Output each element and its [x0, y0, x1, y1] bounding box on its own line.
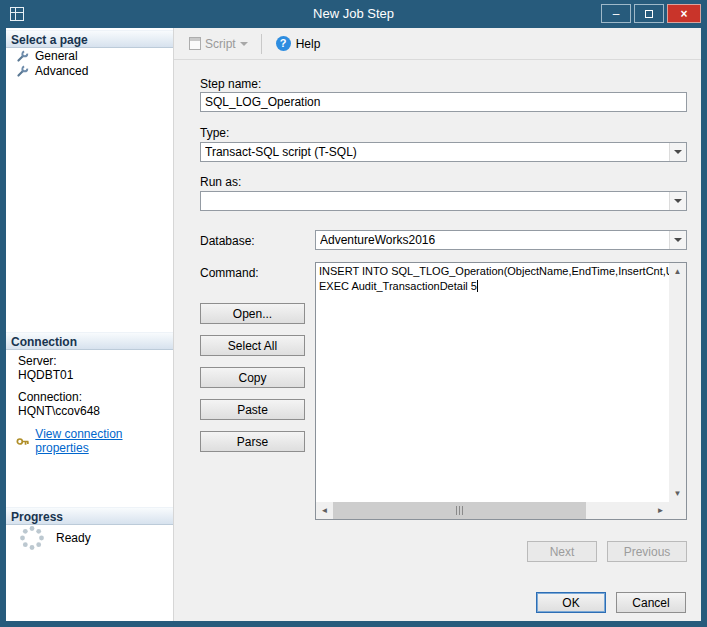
step-name-value: SQL_LOG_Operation	[205, 95, 666, 109]
scroll-left-icon[interactable]: ◄	[316, 502, 333, 519]
next-button[interactable]: Next	[527, 541, 597, 562]
horizontal-scrollbar[interactable]: ◄ ►	[316, 502, 669, 519]
dropdown-arrow-icon[interactable]	[669, 231, 686, 249]
type-label: Type:	[200, 126, 229, 140]
database-label: Database:	[200, 234, 255, 248]
help-button[interactable]: ? Help	[270, 33, 327, 54]
new-job-step-dialog: New Job Step – × Select a page General A…	[0, 0, 707, 627]
database-value: AdventureWorks2016	[320, 233, 666, 247]
toolbar-separator	[261, 34, 262, 54]
progress-status: Ready	[56, 531, 91, 545]
scrollbar-thumb[interactable]	[333, 502, 586, 519]
command-line: EXEC Audit_TransactionDetail 5	[319, 279, 666, 294]
command-text[interactable]: INSERT INTO SQL_TLOG_Operation(ObjectNam…	[316, 263, 669, 502]
progress-spinner-icon	[18, 524, 46, 552]
close-button[interactable]: ×	[667, 4, 701, 23]
sidebar: Select a page General Advanced Connectio…	[6, 28, 174, 621]
connection-header: Connection	[6, 332, 173, 350]
command-line: INSERT INTO SQL_TLOG_Operation(ObjectNam…	[319, 264, 666, 279]
select-a-page-header: Select a page	[6, 30, 173, 48]
database-dropdown[interactable]: AdventureWorks2016	[315, 230, 687, 250]
scroll-up-icon[interactable]: ▲	[669, 263, 686, 280]
step-name-input[interactable]: SQL_LOG_Operation	[200, 92, 687, 112]
connection-properties-icon	[16, 435, 30, 448]
dropdown-arrow-icon[interactable]	[669, 192, 686, 210]
parse-button[interactable]: Parse	[200, 431, 305, 452]
sidebar-item-label: Advanced	[35, 64, 88, 78]
command-editor[interactable]: INSERT INTO SQL_TLOG_Operation(ObjectNam…	[315, 262, 687, 520]
server-value: HQDBT01	[18, 368, 73, 382]
dropdown-arrow-icon[interactable]	[669, 143, 686, 161]
select-all-button[interactable]: Select All	[200, 335, 305, 356]
type-value: Transact-SQL script (T-SQL)	[205, 145, 666, 159]
close-icon: ×	[680, 7, 687, 21]
script-icon	[189, 37, 201, 50]
paste-button[interactable]: Paste	[200, 399, 305, 420]
connection-value: HQNT\ccov648	[18, 404, 100, 418]
scrollbar-corner	[669, 502, 686, 519]
minimize-icon: –	[613, 7, 620, 21]
previous-button[interactable]: Previous	[607, 541, 687, 562]
help-icon: ?	[276, 36, 291, 51]
server-label: Server:	[18, 354, 57, 368]
maximize-icon	[645, 10, 653, 18]
run-as-label: Run as:	[200, 175, 241, 189]
cancel-button[interactable]: Cancel	[616, 592, 686, 613]
sidebar-item-label: General	[35, 49, 78, 63]
script-button[interactable]: Script	[184, 34, 253, 54]
type-dropdown[interactable]: Transact-SQL script (T-SQL)	[200, 142, 687, 162]
window-controls: – ×	[601, 4, 701, 23]
step-name-label: Step name:	[200, 77, 261, 91]
titlebar[interactable]: New Job Step – ×	[0, 0, 707, 28]
script-button-label: Script	[205, 37, 236, 51]
command-label: Command:	[200, 266, 259, 280]
scroll-right-icon[interactable]: ►	[652, 502, 669, 519]
main-panel: Script ? Help Step name: SQL_LOG_Operati…	[174, 28, 701, 621]
vertical-scrollbar[interactable]: ▲ ▼	[669, 263, 686, 502]
wrench-icon	[16, 50, 29, 63]
minimize-button[interactable]: –	[601, 4, 631, 23]
text-caret	[477, 280, 478, 292]
sidebar-item-advanced[interactable]: Advanced	[16, 64, 88, 78]
view-connection-properties-link[interactable]: View connection properties	[16, 427, 173, 455]
wrench-icon	[16, 65, 29, 78]
scroll-down-icon[interactable]: ▼	[669, 485, 686, 502]
connection-label: Connection:	[18, 390, 82, 404]
open-button[interactable]: Open...	[200, 303, 305, 324]
progress-header: Progress	[6, 507, 173, 525]
copy-button[interactable]: Copy	[200, 367, 305, 388]
view-connection-properties-text[interactable]: View connection properties	[35, 427, 173, 455]
toolbar: Script ? Help	[174, 28, 701, 60]
scrollbar-grip-icon	[456, 506, 465, 515]
ok-button[interactable]: OK	[536, 592, 606, 613]
help-button-label: Help	[296, 37, 321, 51]
sidebar-item-general[interactable]: General	[16, 49, 78, 63]
progress-status-row: Ready	[18, 524, 91, 552]
maximize-button[interactable]	[634, 4, 664, 23]
run-as-dropdown[interactable]	[200, 191, 687, 211]
chevron-down-icon	[240, 42, 248, 50]
